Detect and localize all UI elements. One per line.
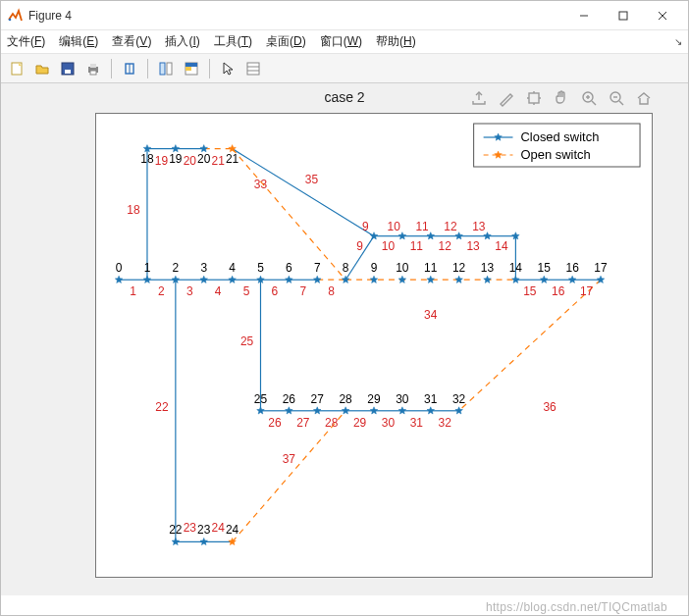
svg-text:12: 12 [452, 261, 466, 275]
svg-text:12: 12 [439, 239, 452, 253]
svg-text:1: 1 [130, 284, 136, 298]
svg-text:26: 26 [268, 416, 282, 430]
colorbar-icon[interactable] [180, 58, 203, 79]
svg-text:20: 20 [184, 154, 197, 168]
svg-text:27: 27 [311, 392, 325, 406]
svg-line-65 [233, 411, 346, 542]
window-title: Figure 4 [28, 9, 72, 23]
separator [209, 59, 210, 78]
svg-rect-17 [247, 63, 259, 75]
svg-text:2: 2 [158, 284, 165, 298]
svg-text:18: 18 [140, 152, 154, 166]
svg-text:5: 5 [243, 284, 250, 298]
titlebar: Figure 4 [1, 1, 688, 30]
svg-line-59 [233, 149, 374, 236]
svg-rect-10 [90, 71, 96, 75]
svg-text:15: 15 [523, 284, 537, 298]
svg-text:32: 32 [452, 392, 466, 406]
svg-text:8: 8 [328, 284, 335, 298]
svg-text:19: 19 [155, 154, 169, 168]
svg-text:11: 11 [424, 261, 438, 275]
svg-text:3: 3 [186, 284, 193, 298]
svg-text:5: 5 [257, 261, 264, 275]
svg-text:10: 10 [396, 261, 409, 275]
close-button[interactable] [643, 1, 682, 30]
figure-body: case 2 012345678910111213141516171819202… [1, 83, 688, 595]
svg-rect-12 [160, 63, 165, 75]
svg-rect-9 [90, 64, 96, 68]
print-icon[interactable] [81, 58, 105, 79]
menu-t[interactable]: 工具(T) [214, 33, 252, 50]
svg-text:10: 10 [388, 220, 401, 233]
svg-text:28: 28 [325, 416, 339, 430]
svg-text:Closed switch: Closed switch [520, 129, 599, 144]
svg-text:30: 30 [382, 416, 396, 430]
menu-f[interactable]: 文件(F) [7, 33, 45, 50]
svg-text:32: 32 [439, 416, 452, 430]
svg-text:28: 28 [339, 392, 352, 406]
open-icon[interactable] [30, 58, 54, 79]
separator [111, 59, 112, 78]
svg-text:14: 14 [495, 239, 508, 253]
svg-text:19: 19 [169, 152, 183, 166]
svg-rect-7 [65, 70, 71, 74]
minimize-button[interactable] [564, 1, 604, 30]
svg-text:29: 29 [353, 416, 367, 430]
svg-text:3: 3 [200, 261, 207, 275]
save-icon[interactable] [56, 58, 80, 79]
menu-d[interactable]: 桌面(D) [266, 33, 306, 50]
svg-text:9: 9 [371, 261, 378, 275]
svg-text:10: 10 [382, 239, 396, 253]
inspect-icon[interactable] [241, 58, 265, 79]
svg-text:6: 6 [272, 284, 279, 298]
svg-rect-15 [186, 63, 197, 67]
menu-e[interactable]: 编辑(E) [59, 33, 98, 50]
datacursor-icon[interactable] [154, 58, 178, 79]
svg-text:16: 16 [552, 284, 565, 298]
svg-text:9: 9 [362, 220, 369, 233]
svg-text:36: 36 [543, 400, 556, 414]
svg-line-62 [233, 149, 346, 281]
svg-text:25: 25 [254, 392, 268, 406]
svg-text:24: 24 [226, 523, 239, 537]
svg-text:34: 34 [424, 308, 438, 322]
new-icon[interactable] [5, 58, 28, 79]
svg-text:7: 7 [314, 261, 321, 275]
svg-text:37: 37 [283, 452, 296, 466]
plot-title: case 2 [1, 89, 688, 105]
svg-text:16: 16 [565, 261, 579, 275]
svg-text:11: 11 [415, 220, 429, 233]
menu-v[interactable]: 查看(V) [112, 33, 151, 50]
svg-text:22: 22 [169, 523, 183, 537]
menu-w[interactable]: 窗口(W) [320, 33, 362, 50]
svg-text:20: 20 [197, 152, 211, 166]
svg-text:21: 21 [212, 154, 226, 168]
svg-rect-16 [186, 67, 191, 71]
menu-h[interactable]: 帮助(H) [376, 33, 416, 50]
axes[interactable]: 0123456789101112131415161718192021222324… [95, 113, 653, 578]
svg-text:23: 23 [197, 523, 211, 537]
svg-text:13: 13 [466, 239, 480, 253]
maximize-button[interactable] [604, 1, 643, 30]
svg-text:13: 13 [472, 220, 486, 233]
svg-text:17: 17 [580, 284, 594, 298]
svg-text:23: 23 [184, 521, 197, 535]
svg-rect-13 [167, 63, 172, 75]
svg-text:9: 9 [356, 239, 363, 253]
svg-text:1: 1 [144, 261, 151, 275]
svg-text:12: 12 [444, 220, 457, 233]
menu-i[interactable]: 插入(I) [165, 33, 199, 50]
link-icon[interactable] [118, 58, 141, 79]
pointer-icon[interactable] [216, 58, 239, 79]
watermark: https://blog.csdn.net/TIQCmatlab [486, 600, 667, 614]
svg-line-64 [459, 280, 601, 411]
network-graph: 0123456789101112131415161718192021222324… [96, 114, 652, 577]
menu-overflow-icon[interactable]: ↘ [674, 36, 682, 47]
menubar: 文件(F)编辑(E)查看(V)插入(I)工具(T)桌面(D)窗口(W)帮助(H)… [1, 30, 688, 54]
svg-text:17: 17 [594, 261, 608, 275]
svg-rect-2 [619, 12, 627, 20]
svg-text:25: 25 [240, 334, 254, 348]
svg-text:15: 15 [538, 261, 552, 275]
svg-text:22: 22 [155, 400, 169, 414]
svg-text:7: 7 [299, 284, 306, 298]
